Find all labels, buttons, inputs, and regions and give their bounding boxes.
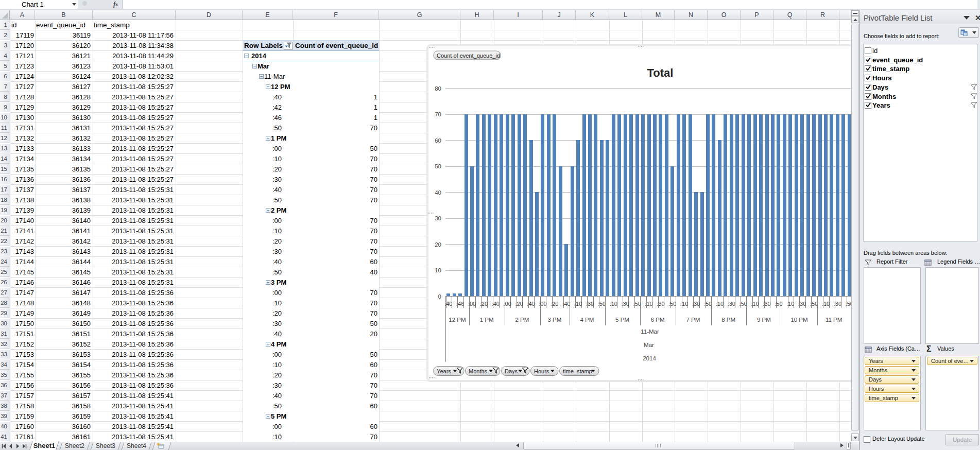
svg-text:7 PM: 7 PM bbox=[686, 317, 700, 323]
svg-text::50: :50 bbox=[846, 301, 851, 307]
svg-text:8 PM: 8 PM bbox=[721, 317, 735, 323]
svg-text:Months: Months bbox=[469, 368, 488, 374]
svg-text::10: :10 bbox=[716, 301, 724, 307]
svg-text::30: :30 bbox=[728, 301, 735, 307]
svg-text:11 PM: 11 PM bbox=[826, 317, 842, 323]
svg-text::30: :30 bbox=[657, 301, 664, 307]
svg-text::40: :40 bbox=[527, 301, 535, 307]
svg-text:time_stamp: time_stamp bbox=[563, 368, 592, 374]
svg-text:40: 40 bbox=[435, 189, 441, 196]
svg-text:50: 50 bbox=[435, 163, 441, 169]
svg-text::30: :30 bbox=[622, 301, 629, 307]
svg-text:1 PM: 1 PM bbox=[480, 317, 494, 323]
svg-text::20: :20 bbox=[515, 301, 523, 307]
svg-text::50: :50 bbox=[810, 301, 818, 307]
svg-text::30: :30 bbox=[763, 301, 770, 307]
svg-text:2 PM: 2 PM bbox=[515, 317, 529, 323]
svg-text::10: :10 bbox=[645, 301, 652, 307]
svg-text:70: 70 bbox=[435, 111, 441, 117]
svg-text::10: :10 bbox=[751, 301, 759, 307]
svg-text::10: :10 bbox=[680, 301, 688, 307]
svg-text::50: :50 bbox=[775, 301, 782, 307]
svg-text::00: :00 bbox=[539, 301, 546, 307]
svg-text::50: :50 bbox=[598, 301, 606, 307]
svg-text:60: 60 bbox=[435, 137, 441, 144]
svg-text::40: :40 bbox=[492, 301, 500, 307]
svg-text:5 PM: 5 PM bbox=[615, 317, 629, 323]
svg-text::30: :30 bbox=[798, 301, 806, 307]
svg-text:10 PM: 10 PM bbox=[790, 317, 807, 323]
svg-text:0: 0 bbox=[438, 293, 441, 300]
svg-text::40: :40 bbox=[562, 301, 570, 307]
svg-text:12 PM: 12 PM bbox=[449, 317, 466, 323]
svg-text:20: 20 bbox=[435, 241, 441, 248]
svg-text:Years: Years bbox=[437, 368, 451, 374]
svg-text:10: 10 bbox=[435, 267, 441, 273]
svg-text:80: 80 bbox=[435, 85, 441, 92]
svg-text::50: :50 bbox=[633, 301, 641, 307]
svg-text::20: :20 bbox=[480, 301, 488, 307]
svg-text:Mar: Mar bbox=[644, 342, 654, 348]
svg-text::10: :10 bbox=[610, 301, 617, 307]
svg-text::30: :30 bbox=[586, 301, 594, 307]
svg-text::30: :30 bbox=[834, 301, 841, 307]
svg-text:Count of event_queue_id: Count of event_queue_id bbox=[437, 53, 500, 59]
svg-text:9 PM: 9 PM bbox=[757, 317, 771, 323]
svg-text:2014: 2014 bbox=[643, 355, 656, 361]
svg-text:3 PM: 3 PM bbox=[547, 317, 561, 323]
svg-text:Days: Days bbox=[505, 368, 518, 374]
svg-text::50: :50 bbox=[668, 301, 676, 307]
svg-text:6 PM: 6 PM bbox=[651, 317, 665, 323]
svg-text::10: :10 bbox=[574, 301, 582, 307]
svg-text::46: :46 bbox=[456, 301, 464, 307]
svg-text:Hours: Hours bbox=[534, 368, 549, 374]
svg-text::30: :30 bbox=[692, 301, 700, 307]
svg-text:Total: Total bbox=[647, 66, 674, 79]
svg-text:11-Mar: 11-Mar bbox=[641, 328, 659, 335]
svg-text:4 PM: 4 PM bbox=[580, 317, 594, 323]
svg-text::50: :50 bbox=[704, 301, 712, 307]
svg-text::10: :10 bbox=[822, 301, 830, 307]
svg-text:30: 30 bbox=[435, 215, 441, 221]
svg-text::20: :20 bbox=[551, 301, 558, 307]
svg-text::00: :00 bbox=[468, 301, 476, 307]
svg-text::00: :00 bbox=[504, 301, 511, 307]
svg-text::10: :10 bbox=[786, 301, 794, 307]
